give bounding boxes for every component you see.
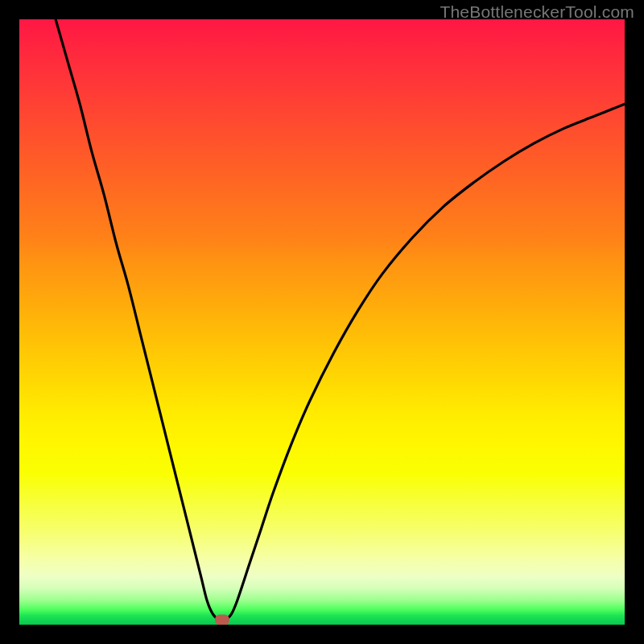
chart-frame: TheBottleneckerTool.com: [0, 0, 644, 644]
watermark-text: TheBottleneckerTool.com: [440, 2, 634, 22]
plot-area: [19, 19, 625, 625]
optimum-marker: [215, 614, 229, 625]
bottleneck-curve: [19, 19, 625, 625]
